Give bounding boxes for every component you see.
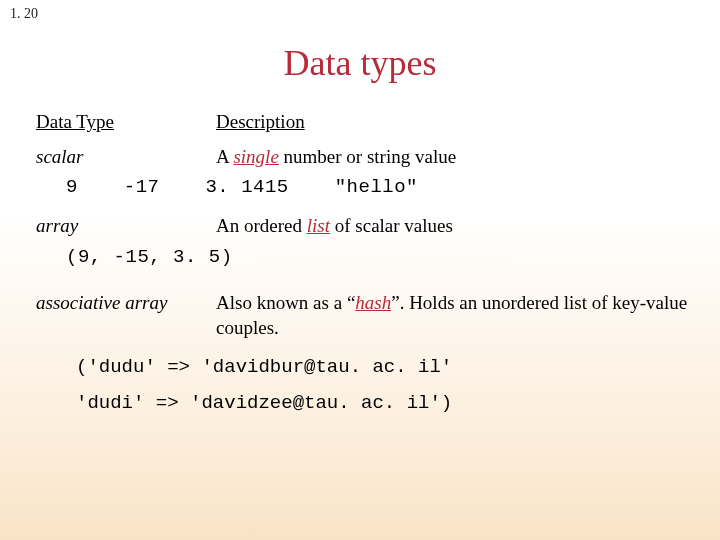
array-ex-0: (9, -15, 3. 5) bbox=[66, 245, 233, 270]
header-type: Data Type bbox=[36, 110, 216, 135]
assoc-row: associative array Also known as a “hash”… bbox=[36, 291, 690, 340]
assoc-name: associative array bbox=[36, 291, 216, 340]
assoc-line-1: ('dudu' => 'davidbur@tau. ac. il' bbox=[76, 349, 690, 385]
array-desc-pre: An ordered bbox=[216, 215, 307, 236]
assoc-line-2: 'dudi' => 'davidzee@tau. ac. il') bbox=[76, 385, 690, 421]
array-desc-post: of scalar values bbox=[330, 215, 453, 236]
scalar-desc-pre: A bbox=[216, 146, 233, 167]
array-example: (9, -15, 3. 5) bbox=[66, 245, 690, 270]
array-name: array bbox=[36, 214, 216, 239]
assoc-desc-pre: Also known as a “ bbox=[216, 292, 355, 313]
array-row: array An ordered list of scalar values bbox=[36, 214, 690, 239]
scalar-keyword: single bbox=[233, 146, 278, 167]
page-title: Data types bbox=[0, 42, 720, 84]
scalar-ex-1: -17 bbox=[124, 175, 160, 200]
content-area: Data Type Description scalar A single nu… bbox=[0, 110, 720, 421]
scalar-ex-0: 9 bbox=[66, 175, 78, 200]
slide-number: 1. 20 bbox=[10, 6, 38, 22]
assoc-desc: Also known as a “hash”. Holds an unorder… bbox=[216, 291, 690, 340]
scalar-ex-3: "hello" bbox=[335, 175, 418, 200]
scalar-row: scalar A single number or string value bbox=[36, 145, 690, 170]
scalar-name: scalar bbox=[36, 145, 216, 170]
assoc-example: ('dudu' => 'davidbur@tau. ac. il' 'dudi'… bbox=[76, 349, 690, 421]
array-desc: An ordered list of scalar values bbox=[216, 214, 690, 239]
scalar-ex-2: 3. 1415 bbox=[205, 175, 288, 200]
scalar-examples: 9 -17 3. 1415 "hello" bbox=[66, 175, 690, 200]
scalar-desc: A single number or string value bbox=[216, 145, 690, 170]
scalar-desc-post: number or string value bbox=[279, 146, 456, 167]
header-desc: Description bbox=[216, 110, 690, 135]
array-keyword: list bbox=[307, 215, 330, 236]
header-row: Data Type Description bbox=[36, 110, 690, 135]
assoc-keyword: hash bbox=[355, 292, 391, 313]
